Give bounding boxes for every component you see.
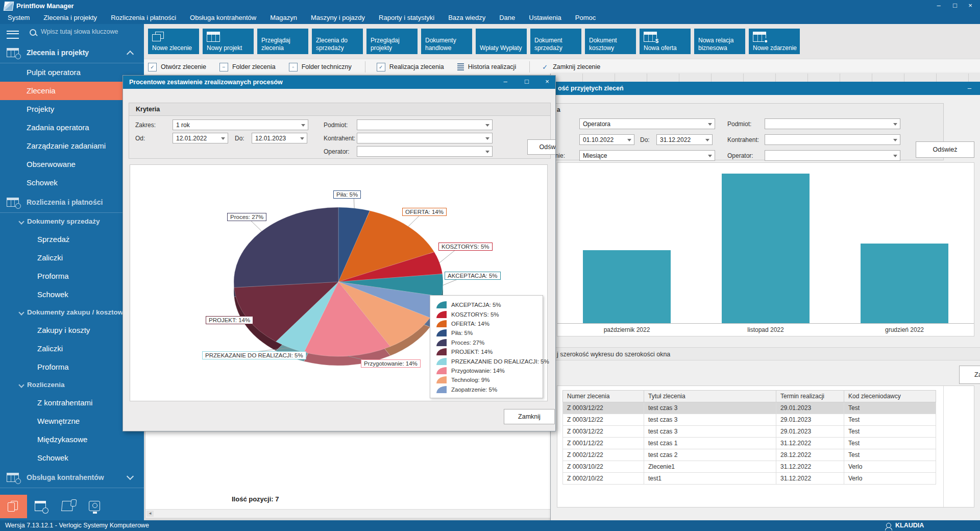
close-dialog-button[interactable]: Zamknij (504, 409, 555, 424)
context-button-label: Otwórz zlecenie (161, 63, 206, 70)
cell: Z 0002/10/22 (563, 473, 644, 485)
column-header-termin-realizacji[interactable]: Termin realizacji (776, 391, 844, 402)
cell: 28.12.2022 (776, 449, 844, 461)
grupowanie-select[interactable]: Miesiące (579, 150, 715, 161)
date-to-select[interactable]: 31.12.2022 (656, 134, 713, 145)
legend-swatch-icon (436, 301, 447, 308)
legend-item-label: OFERTA: 14% (451, 321, 489, 327)
cell: Test (844, 402, 936, 414)
sidebar-bottom-warehouse-icon[interactable] (54, 495, 81, 518)
cell: Z 0003/12/22 (563, 426, 644, 438)
toolbar-button-nowy-projekt[interactable]: Nowy projekt (203, 29, 254, 54)
sidebar-bottom-events-icon[interactable] (81, 495, 108, 518)
menu-item-pomoc[interactable]: Pomoc (575, 14, 596, 21)
column-header-numer-zlecenia[interactable]: Numer zlecenia (563, 391, 644, 402)
sidebar-section-zlecenia-i-projekty[interactable]: Zlecenia i projekty (0, 42, 144, 63)
toolbar-button-przegladaj-zlecenia[interactable]: Przeglądaj zlecenia (257, 29, 308, 54)
menu-item-system[interactable]: System (8, 14, 30, 21)
bar-grudzien-2022 (861, 244, 948, 324)
context-button-folder-zlecenia[interactable]: −Folder zlecenia (219, 63, 276, 71)
toolbar-button-nowa-oferta[interactable]: $Nowa oferta (640, 29, 691, 54)
menu-item-magazyn[interactable]: Magazyn (270, 14, 297, 21)
toolbar-button-przegladaj-projekty[interactable]: Przeglądaj projekty (366, 29, 418, 54)
toolbar-button-nowe-zlecenie[interactable]: Nowe zlecenie (148, 29, 199, 54)
search-input[interactable]: Wpisz tutaj słowa kluczowe (41, 28, 118, 35)
close-window-button[interactable]: Zamknij (959, 366, 980, 384)
kontrahent-select[interactable] (357, 133, 493, 143)
zakres-select[interactable]: 1 rok (173, 119, 308, 130)
sidebar-bottom-documents-icon[interactable] (0, 495, 27, 518)
cell: test czas 3 (644, 426, 776, 438)
cell: Z 0003/12/22 (563, 402, 644, 414)
fit-width-option-row[interactable]: j szerokość wykresu do szerokości okna (551, 347, 980, 360)
table-row[interactable]: Z 0003/12/22test czas 329.01.2023Test (563, 426, 936, 438)
legend-item: Proces: 27% (436, 338, 543, 347)
column-header-kod-zleceniodawcy[interactable]: Kod zleceniodawcy (844, 391, 936, 402)
menu-item-obsluga-kontrahentow[interactable]: Obsługa kontrahentów (190, 14, 256, 21)
context-button-historia-realizacji[interactable]: Historia realizacji (457, 63, 516, 70)
sidebar-bottom-schedule-icon[interactable] (27, 495, 54, 518)
menu-item-maszyny-i-pojazdy[interactable]: Maszyny i pojazdy (311, 14, 365, 21)
toolbar-button-zlecenia-do-sprzedazy[interactable]: Zlecenia do sprzedaży (312, 29, 363, 54)
table-header-row: Numer zleceniaTytuł zleceniaTermin reali… (563, 391, 936, 402)
refresh-button[interactable]: Odśwież (916, 141, 974, 158)
toolbar-button-dokumenty-handlowe[interactable]: Dokumenty handlowe (421, 29, 472, 54)
percent-summary-dialog: Procentowe zestawienie zrealizowanych pr… (122, 75, 556, 431)
menu-item-zlecenia-i-projekty[interactable]: Zlecenia i projekty (43, 14, 97, 21)
table-row[interactable]: Z 0003/12/22test czas 329.01.2023Test (563, 402, 936, 414)
payments-icon (7, 198, 19, 207)
operator-select[interactable] (357, 146, 493, 157)
date-from-select[interactable]: 01.10.2022 (579, 134, 634, 145)
orders-browser-window: Ilość pozycji: 7 ◄ (145, 431, 551, 518)
sidebar-section-obsluga-kontrahentow[interactable]: Obsługa kontrahentów (0, 467, 144, 488)
minimize-icon[interactable]: – (931, 1, 946, 10)
kontrahent-select[interactable] (765, 134, 900, 145)
toolbar-button-dokument-kosztowy[interactable]: Dokument kosztowy (585, 29, 636, 54)
toolbar-button-nowe-zdarzenie[interactable]: ●Nowe zdarzenie (749, 29, 800, 54)
hamburger-icon[interactable] (7, 31, 19, 39)
table-row[interactable]: Z 0002/10/22test131.12.2022Verlo (563, 473, 936, 485)
toolbar-button-dokument-sprzedazy[interactable]: Dokument sprzedaży (530, 29, 581, 54)
refresh-button[interactable]: Odśwież (527, 139, 556, 155)
bar-category-label: listopad 2022 (696, 326, 835, 333)
toolbar-button-wplaty-wyplaty[interactable]: Wpłaty Wypłaty (476, 29, 527, 54)
menu-item-raporty-i-statystyki[interactable]: Raporty i statystyki (379, 14, 434, 21)
close-icon[interactable]: × (963, 1, 978, 10)
restore-icon[interactable]: □ (522, 76, 532, 88)
date-from-select[interactable]: 12.01.2022 (173, 133, 228, 143)
date-to-select[interactable]: 12.01.2023 (252, 133, 307, 143)
context-button-zamknij-zlecenie[interactable]: ✓Zamknij zlecenie (541, 63, 600, 71)
icon-badge: ● (764, 38, 768, 44)
table-row[interactable]: Z 0003/10/22Zlecenie131.12.2022Verlo (563, 461, 936, 473)
restore-icon[interactable]: □ (947, 1, 963, 10)
operator-select[interactable] (765, 150, 900, 161)
pie-callout-przygotowanie: Przygotowanie: 14% (361, 359, 421, 368)
operator-label: Operator: (324, 148, 350, 155)
table-row[interactable]: Z 0001/12/22test czas 131.12.2022Test (563, 438, 936, 449)
horizontal-scrollbar[interactable]: ◄ (145, 509, 551, 518)
podmiot-select[interactable] (357, 119, 493, 130)
menu-item-baza-wiedzy[interactable]: Baza wiedzy (448, 14, 485, 21)
report-type-select[interactable]: Operatora (579, 118, 715, 129)
legend-swatch-icon (436, 339, 447, 346)
legend-swatch-icon (436, 329, 447, 336)
context-button-otworz-zlecenie[interactable]: ✓Otwórz zlecenie (148, 63, 206, 71)
sidebar-item-miedzykasowe[interactable]: Międzykasowe (0, 430, 144, 449)
table-row[interactable]: Z 0002/12/22test czas 228.12.2022Test (563, 449, 936, 461)
table-row[interactable]: Z 0003/12/22test czas 329.01.2023Test (563, 414, 936, 426)
toolbar-button-nowa-relacja-biznesowa[interactable]: Nowa relacja biznesowa (694, 29, 745, 54)
podmiot-select[interactable] (765, 118, 900, 129)
menu-item-dane[interactable]: Dane (499, 14, 515, 21)
close-icon[interactable]: × (542, 76, 552, 88)
menu-item-rozliczenia-i-platnosci[interactable]: Rozliczenia i płatności (111, 14, 176, 21)
column-header-tytul-zlecenia[interactable]: Tytuł zlecenia (644, 391, 776, 402)
menu-item-ustawienia[interactable]: Ustawienia (529, 14, 561, 21)
scroll-left-icon[interactable]: ◄ (146, 511, 154, 517)
minimize-icon[interactable]: – (500, 76, 510, 88)
chevron-down-icon (485, 137, 489, 140)
sidebar-subsection-label: Rozliczenia (27, 381, 65, 389)
minimize-icon[interactable]: – (968, 82, 971, 95)
context-button-realizacja-zlecenia[interactable]: ✓Realizacja zlecenia (377, 63, 444, 71)
context-button-folder-techniczny[interactable]: ▫Folder techniczny (289, 63, 352, 71)
sidebar-item-schowek[interactable]: Schowek (0, 449, 144, 467)
